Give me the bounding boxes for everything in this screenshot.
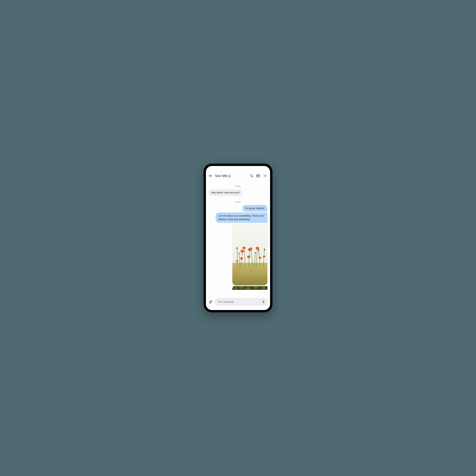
svg-point-33 xyxy=(244,248,244,248)
timestamp: 14:27 xyxy=(209,201,267,203)
svg-point-51 xyxy=(239,286,244,289)
voice-button[interactable] xyxy=(261,300,265,304)
svg-point-21 xyxy=(237,247,238,249)
svg-point-22 xyxy=(238,252,239,254)
message-list[interactable]: 15:01 Hey there! How are you? 14:27 I'm … xyxy=(206,180,270,296)
message-outgoing[interactable]: I'm good, thanks. xyxy=(242,205,267,212)
message-photo-partial[interactable] xyxy=(232,286,267,290)
search-button[interactable] xyxy=(250,174,253,178)
svg-point-4 xyxy=(257,175,258,176)
svg-point-25 xyxy=(255,252,256,254)
message-input[interactable] xyxy=(218,300,261,303)
svg-point-53 xyxy=(253,286,258,289)
svg-rect-3 xyxy=(256,175,260,177)
arrow-left-icon xyxy=(209,174,212,178)
svg-line-2 xyxy=(252,176,253,177)
back-button[interactable] xyxy=(209,174,213,178)
screen: Seo Min-ji xyxy=(206,166,270,310)
compose-bar xyxy=(206,296,270,310)
message-incoming[interactable]: Hey there! How are you? xyxy=(209,189,242,196)
contact-avatar[interactable]: PE xyxy=(263,174,267,178)
chat-header: Seo Min-ji xyxy=(206,166,270,180)
svg-point-42 xyxy=(241,258,242,259)
svg-point-38 xyxy=(257,248,258,248)
message-photo[interactable] xyxy=(232,223,267,285)
svg-point-35 xyxy=(251,248,251,249)
svg-point-28 xyxy=(242,251,243,252)
svg-point-23 xyxy=(258,249,259,251)
svg-point-50 xyxy=(233,287,238,290)
microphone-icon xyxy=(262,300,265,304)
svg-point-46 xyxy=(237,261,237,261)
attach-button[interactable] xyxy=(209,300,213,304)
message-input-wrapper[interactable] xyxy=(215,298,267,306)
header-actions: PE xyxy=(250,174,267,178)
timestamp: 15:01 xyxy=(209,185,267,187)
svg-point-54 xyxy=(261,287,266,290)
contact-card-button[interactable] xyxy=(256,174,260,178)
svg-point-44 xyxy=(260,257,260,258)
paperclip-icon xyxy=(209,300,212,304)
svg-rect-55 xyxy=(232,286,267,286)
contact-name[interactable]: Seo Min-ji xyxy=(215,174,247,178)
svg-point-48 xyxy=(264,256,264,257)
svg-point-40 xyxy=(248,256,249,257)
phone-frame: Seo Min-ji xyxy=(204,164,272,312)
svg-point-24 xyxy=(264,249,265,251)
message-outgoing[interactable]: Let me show you something. These are pho… xyxy=(216,212,267,223)
svg-rect-56 xyxy=(263,301,264,302)
contact-card-icon xyxy=(256,174,260,177)
search-icon xyxy=(250,174,253,178)
